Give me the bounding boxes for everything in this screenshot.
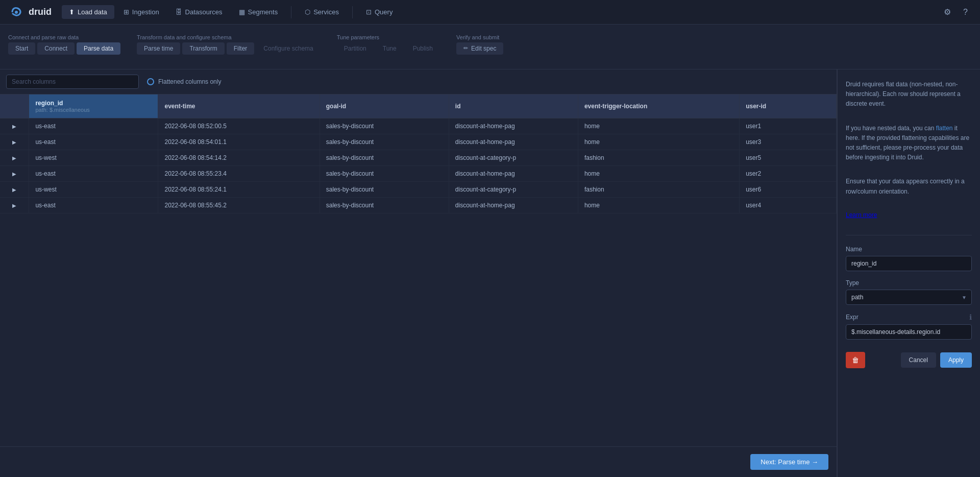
apply-button[interactable]: Apply — [940, 352, 972, 368]
delete-button[interactable]: 🗑 — [846, 352, 865, 368]
column-region-id-path: path: $.miscellaneous — [35, 107, 152, 113]
help-button[interactable]: ? — [959, 5, 972, 19]
name-field-group: Name — [846, 246, 972, 271]
table-icon: ⊞ — [124, 8, 129, 16]
table-row: ▶ us-east 2022-06-08 08:55:23.4 sales-by… — [0, 166, 837, 182]
cell-region-5: us-east — [29, 198, 158, 213]
nav-segments[interactable]: ▦ Segments — [232, 5, 285, 19]
druid-logo-icon — [8, 4, 24, 20]
table-row: ▶ us-west 2022-06-08 08:54:14.2 sales-by… — [0, 150, 837, 166]
step-groups: Connect and parse raw data Start Connect… — [8, 34, 972, 55]
step-transform[interactable]: Transform — [182, 42, 224, 55]
type-select-wrapper: path jq root ▼ — [846, 290, 972, 305]
panel-divider — [846, 235, 972, 235]
nav-query[interactable]: ⊡ Query — [359, 5, 400, 19]
row-expand-0[interactable]: ▶ — [0, 118, 29, 134]
app-logo: druid — [8, 4, 52, 20]
table-row: ▶ us-east 2022-06-08 08:52:00.5 sales-by… — [0, 118, 837, 134]
table-body: ▶ us-east 2022-06-08 08:52:00.5 sales-by… — [0, 118, 837, 213]
data-table: region_id path: $.miscellaneous event-ti… — [0, 94, 837, 213]
flat-columns-toggle[interactable]: Flattened columns only — [147, 78, 221, 85]
cell-goal-4: sales-by-discount — [320, 182, 449, 198]
info-icon[interactable]: ℹ — [969, 313, 972, 321]
settings-button[interactable]: ⚙ — [940, 5, 955, 19]
action-buttons: 🗑 Cancel Apply — [846, 352, 972, 368]
row-expand-4[interactable]: ▶ — [0, 182, 29, 198]
column-user-id-name: user-id — [746, 103, 830, 110]
query-icon: ⊡ — [366, 8, 372, 16]
cell-region-1: us-east — [29, 134, 158, 150]
right-panel: Druid requires flat data (non-nested, no… — [837, 69, 980, 477]
step-configure-schema[interactable]: Configure schema — [256, 42, 320, 55]
cell-user-4: user6 — [740, 182, 837, 198]
cell-id-4: discount-at-category-p — [449, 182, 578, 198]
cell-trigger-1: home — [578, 134, 739, 150]
nav-separator — [291, 6, 291, 18]
row-expand-1[interactable]: ▶ — [0, 134, 29, 150]
help-section-2: If you have nested data, you can flatten… — [846, 124, 972, 163]
step-group-tune-label: Tune parameters — [337, 34, 440, 40]
type-field-select[interactable]: path jq root — [846, 290, 972, 305]
cell-id-0: discount-at-home-pag — [449, 118, 578, 134]
step-filter[interactable]: Filter — [227, 42, 255, 55]
flatten-link[interactable]: flatten — [936, 125, 953, 132]
cell-id-2: discount-at-category-p — [449, 150, 578, 166]
column-event-time[interactable]: event-time — [158, 94, 320, 118]
column-region-id[interactable]: region_id path: $.miscellaneous — [29, 94, 158, 118]
step-partition[interactable]: Partition — [337, 42, 374, 55]
next-button[interactable]: Next: Parse time → — [750, 454, 828, 470]
cancel-button[interactable]: Cancel — [901, 352, 936, 368]
column-id[interactable]: id — [449, 94, 578, 118]
cell-id-3: discount-at-home-pag — [449, 166, 578, 182]
search-input[interactable] — [6, 75, 139, 89]
nav-services[interactable]: ⬡ Services — [298, 5, 346, 19]
step-edit-spec[interactable]: ✏ Edit spec — [456, 42, 503, 55]
flat-columns-radio[interactable] — [147, 78, 154, 85]
segment-icon: ▦ — [239, 8, 245, 16]
column-user-id[interactable]: user-id — [740, 94, 837, 118]
cell-trigger-3: home — [578, 166, 739, 182]
help-text-3: Ensure that your data appears correctly … — [846, 177, 972, 196]
cell-trigger-4: fashion — [578, 182, 739, 198]
cell-goal-0: sales-by-discount — [320, 118, 449, 134]
step-group-verify-label: Verify and submit — [456, 34, 503, 40]
table-row: ▶ us-east 2022-06-08 08:55:45.2 sales-by… — [0, 198, 837, 213]
column-trigger-location[interactable]: event-trigger-location — [578, 94, 739, 118]
step-start[interactable]: Start — [8, 42, 35, 55]
expr-field-input[interactable] — [846, 324, 972, 340]
expr-field-group: Expr ℹ — [846, 313, 972, 340]
help-text-2: If you have nested data, you can flatten… — [846, 124, 972, 163]
row-expand-5[interactable]: ▶ — [0, 198, 29, 213]
step-group-transform: Transform data and configure schema Pars… — [137, 34, 321, 55]
database-icon: 🗄 — [176, 8, 182, 16]
table-row: ▶ us-west 2022-06-08 08:55:24.1 sales-by… — [0, 182, 837, 198]
step-parse-time[interactable]: Parse time — [137, 42, 180, 55]
cell-goal-2: sales-by-discount — [320, 150, 449, 166]
cell-event-4: 2022-06-08 08:55:24.1 — [158, 182, 320, 198]
name-field-input[interactable] — [846, 256, 972, 271]
row-expand-2[interactable]: ▶ — [0, 150, 29, 166]
nav-load-data[interactable]: ⬆ Load data — [62, 5, 114, 19]
learn-more-link[interactable]: Learn more — [846, 211, 877, 219]
step-publish[interactable]: Publish — [406, 42, 440, 55]
nav-ingestion[interactable]: ⊞ Ingestion — [116, 5, 166, 19]
cell-user-5: user4 — [740, 198, 837, 213]
step-connect[interactable]: Connect — [37, 42, 75, 55]
cell-goal-5: sales-by-discount — [320, 198, 449, 213]
column-expand — [0, 94, 29, 118]
cell-user-2: user5 — [740, 150, 837, 166]
step-group-tune: Tune parameters Partition Tune Publish — [337, 34, 440, 55]
row-expand-3[interactable]: ▶ — [0, 166, 29, 182]
cell-region-0: us-east — [29, 118, 158, 134]
step-bar: Connect and parse raw data Start Connect… — [0, 25, 980, 69]
cell-region-3: us-east — [29, 166, 158, 182]
type-field-group: Type path jq root ▼ — [846, 279, 972, 305]
step-group-connect-buttons: Start Connect Parse data — [8, 42, 120, 55]
column-goal-id[interactable]: goal-id — [320, 94, 449, 118]
nav-datasources[interactable]: 🗄 Datasources — [168, 5, 230, 19]
step-parse-data[interactable]: Parse data — [77, 42, 120, 55]
edit-spec-icon: ✏ — [463, 45, 468, 52]
step-tune[interactable]: Tune — [376, 42, 404, 55]
column-id-name: id — [455, 103, 572, 110]
cell-user-0: user1 — [740, 118, 837, 134]
